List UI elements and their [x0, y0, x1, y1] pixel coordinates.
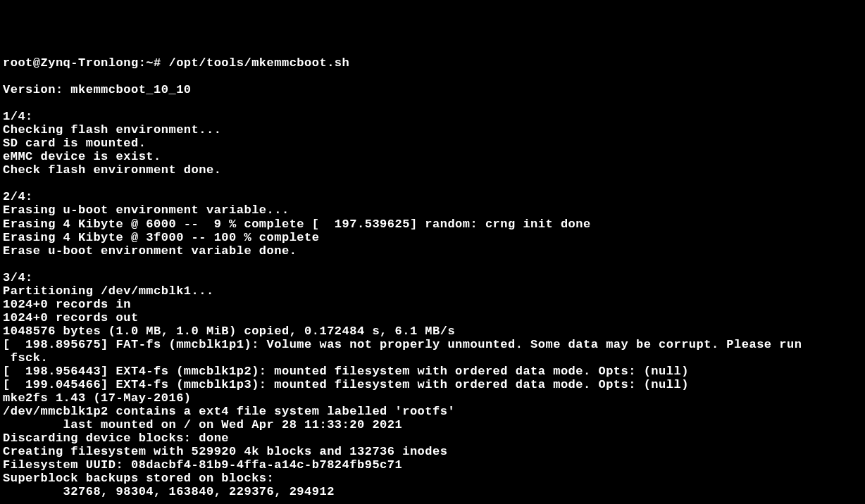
- terminal-line: Erase u-boot environment variable done.: [3, 244, 862, 258]
- terminal-line: Version: mkemmcboot_10_10: [3, 83, 862, 96]
- terminal-line: Superblock backups stored on blocks:: [3, 472, 862, 485]
- terminal-line: [3, 498, 862, 504]
- terminal-line: 1/4:: [3, 110, 862, 123]
- terminal-line: Partitioning /dev/mmcblk1...: [3, 284, 862, 298]
- terminal-line: 32768, 98304, 163840, 229376, 294912: [3, 485, 862, 498]
- terminal-line: eMMC device is exist.: [3, 150, 862, 163]
- terminal-line: Discarding device blocks: done: [3, 431, 862, 445]
- terminal-line: Filesystem UUID: 08dacbf4-81b9-4ffa-a14c…: [3, 458, 862, 472]
- terminal-line: Check flash environment done.: [3, 163, 862, 177]
- terminal-line: last mounted on / on Wed Apr 28 11:33:20…: [3, 418, 862, 431]
- terminal-line: /dev/mmcblk1p2 contains a ext4 file syst…: [3, 405, 862, 418]
- terminal-line: [3, 96, 862, 110]
- terminal-line: 1048576 bytes (1.0 MB, 1.0 MiB) copied, …: [3, 325, 862, 338]
- terminal-line: 2/4:: [3, 190, 862, 203]
- terminal-line: 1024+0 records out: [3, 311, 862, 325]
- terminal-line: [3, 177, 862, 190]
- terminal-line: fsck.: [3, 351, 862, 365]
- terminal-line: Erasing u-boot environment variable...: [3, 203, 862, 217]
- terminal-line: 3/4:: [3, 271, 862, 284]
- terminal-line: [ 198.895675] FAT-fs (mmcblk1p1): Volume…: [3, 338, 862, 351]
- terminal-line: [3, 258, 862, 271]
- terminal-line: Erasing 4 Kibyte @ 3f000 -- 100 % comple…: [3, 231, 862, 244]
- terminal-line: 1024+0 records in: [3, 298, 862, 311]
- terminal-line: [ 199.045466] EXT4-fs (mmcblk1p3): mount…: [3, 378, 862, 391]
- terminal-line: SD card is mounted.: [3, 137, 862, 150]
- terminal-line: [ 198.956443] EXT4-fs (mmcblk1p2): mount…: [3, 365, 862, 378]
- terminal-output: root@Zynq-Tronlong:~# /opt/tools/mkemmcb…: [3, 56, 862, 504]
- terminal-line: Checking flash environment...: [3, 123, 862, 137]
- terminal-line: Creating filesystem with 529920 4k block…: [3, 445, 862, 458]
- terminal-line: mke2fs 1.43 (17-May-2016): [3, 391, 862, 405]
- terminal-line: root@Zynq-Tronlong:~# /opt/tools/mkemmcb…: [3, 56, 862, 70]
- terminal-line: [3, 70, 862, 83]
- terminal-line: Erasing 4 Kibyte @ 6000 -- 9 % complete …: [3, 218, 862, 231]
